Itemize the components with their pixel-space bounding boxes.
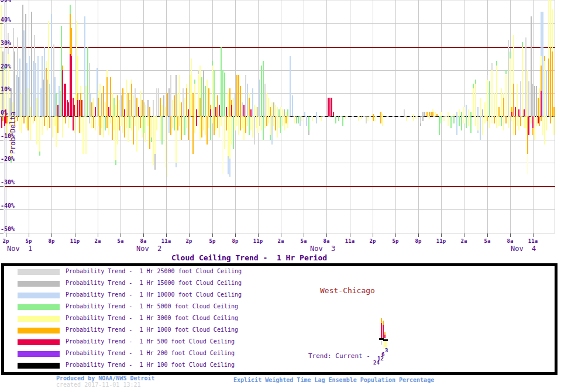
x-tick-label: 2p bbox=[364, 238, 381, 244]
stacked-bar-segment bbox=[287, 116, 288, 128]
stacked-bar-segment bbox=[517, 116, 518, 126]
legend-color-swatch bbox=[18, 339, 60, 345]
stacked-bar-segment bbox=[42, 116, 43, 135]
stacked-bar-segment bbox=[240, 116, 241, 130]
stacked-bar-segment bbox=[505, 70, 507, 75]
stacked-bar-segment bbox=[208, 88, 209, 116]
x-axis-day-label: Nov 1 bbox=[7, 245, 32, 253]
stacked-bar-segment bbox=[252, 88, 253, 116]
stacked-bar-segment bbox=[154, 154, 156, 170]
stacked-bar-segment bbox=[441, 116, 442, 123]
horizontal-gridline bbox=[5, 233, 555, 233]
stacked-bar-segment bbox=[158, 88, 159, 116]
stacked-bar-segment bbox=[207, 116, 208, 145]
stacked-bar-segment bbox=[536, 86, 537, 116]
stacked-bar-segment bbox=[477, 130, 479, 133]
stacked-bar-segment bbox=[156, 88, 157, 116]
stacked-bar-segment bbox=[345, 116, 346, 119]
stacked-bar-segment bbox=[473, 84, 474, 88]
stacked-bar-segment bbox=[174, 95, 175, 116]
stacked-bar-segment bbox=[249, 116, 250, 135]
stacked-bar-segment bbox=[124, 109, 125, 116]
stacked-bar-segment bbox=[215, 107, 216, 116]
stacked-bar-segment bbox=[115, 105, 116, 116]
stacked-bar-segment bbox=[275, 116, 276, 130]
stacked-bar-segment bbox=[81, 100, 82, 116]
stacked-bar-segment bbox=[91, 116, 92, 128]
stacked-bar-segment bbox=[331, 98, 332, 116]
stacked-bar-segment bbox=[243, 105, 245, 116]
stacked-bar-segment bbox=[527, 154, 528, 175]
stacked-bar-segment bbox=[515, 107, 516, 116]
x-tick-mark bbox=[350, 233, 350, 237]
stacked-bar-segment bbox=[199, 98, 201, 116]
y-tick-mark bbox=[0, 140, 4, 140]
stacked-bar-segment bbox=[256, 116, 257, 128]
stacked-bar-segment bbox=[170, 75, 171, 117]
stacked-bar-segment bbox=[99, 84, 101, 116]
stacked-bar-segment bbox=[161, 116, 163, 145]
stacked-bar-segment bbox=[275, 105, 276, 116]
stacked-bar-segment bbox=[487, 116, 488, 121]
stacked-bar-segment bbox=[224, 116, 225, 149]
x-tick-label: 11a bbox=[157, 238, 175, 244]
stacked-bar-segment bbox=[358, 116, 359, 121]
legend-item-label: Probability Trend - 1 Hr 1000 foot Cloud… bbox=[66, 326, 238, 333]
stacked-bar-segment bbox=[56, 93, 57, 116]
stacked-bar-segment bbox=[103, 116, 104, 137]
stacked-bar-segment bbox=[240, 86, 241, 116]
y-tick-label: -30% bbox=[1, 179, 15, 185]
stacked-bar-segment bbox=[56, 116, 57, 147]
stacked-bar-segment bbox=[550, 0, 551, 47]
stacked-bar-segment bbox=[199, 116, 201, 140]
stacked-bar-segment bbox=[172, 116, 173, 128]
y-tick-label: 0% bbox=[1, 109, 8, 116]
stacked-bar-segment bbox=[99, 116, 101, 135]
stacked-bar-segment bbox=[226, 107, 227, 116]
stacked-bar-segment bbox=[110, 77, 111, 117]
y-tick-label: -20% bbox=[1, 156, 15, 162]
stacked-bar-segment bbox=[149, 107, 150, 116]
stacked-bar-segment bbox=[284, 116, 285, 130]
stacked-bar-segment bbox=[552, 51, 553, 116]
stacked-bar-segment bbox=[62, 116, 63, 137]
stacked-bar-segment bbox=[501, 88, 502, 116]
x-tick-mark bbox=[189, 233, 190, 237]
x-tick-label: 11p bbox=[249, 238, 267, 244]
stacked-bar-segment bbox=[247, 84, 248, 116]
stacked-bar-segment bbox=[316, 116, 317, 123]
stacked-bar-segment bbox=[105, 102, 106, 116]
x-tick-label: 5p bbox=[20, 238, 37, 244]
stacked-bar-segment bbox=[301, 116, 302, 121]
stacked-bar-segment bbox=[71, 28, 72, 56]
stacked-bar-segment bbox=[525, 116, 526, 128]
stacked-bar-segment bbox=[312, 116, 313, 121]
stacked-bar-segment bbox=[224, 73, 225, 116]
stacked-bar-segment bbox=[475, 80, 476, 84]
x-tick-label: 2a bbox=[272, 238, 290, 244]
stacked-bar-segment bbox=[147, 100, 149, 116]
stacked-bar-segment bbox=[168, 88, 170, 116]
x-tick-label: 8a bbox=[318, 238, 335, 244]
stacked-bar-segment bbox=[550, 47, 551, 116]
x-tick-label: 8p bbox=[43, 238, 60, 244]
stacked-bar-segment bbox=[261, 66, 262, 116]
stacked-bar-segment bbox=[254, 105, 255, 116]
stacked-bar-segment bbox=[300, 116, 301, 126]
stacked-bar-segment bbox=[112, 116, 113, 140]
stacked-bar-segment bbox=[131, 80, 132, 84]
stacked-bar-segment bbox=[222, 116, 223, 174]
y-tick-mark bbox=[0, 233, 4, 233]
stacked-bar-segment bbox=[304, 112, 305, 116]
mini-chart-hour-label: 3 bbox=[385, 348, 388, 353]
stacked-bar-segment bbox=[131, 84, 132, 116]
stacked-bar-segment bbox=[277, 107, 278, 116]
stacked-bar-segment bbox=[511, 116, 512, 121]
stacked-bar-segment bbox=[238, 75, 239, 117]
stacked-bar-segment bbox=[539, 116, 540, 126]
stacked-bar-segment bbox=[242, 102, 243, 116]
reference-line-30pct bbox=[5, 186, 555, 187]
stacked-bar-segment bbox=[316, 112, 317, 116]
stacked-bar-segment bbox=[233, 98, 234, 116]
stacked-bar-segment bbox=[271, 116, 273, 145]
